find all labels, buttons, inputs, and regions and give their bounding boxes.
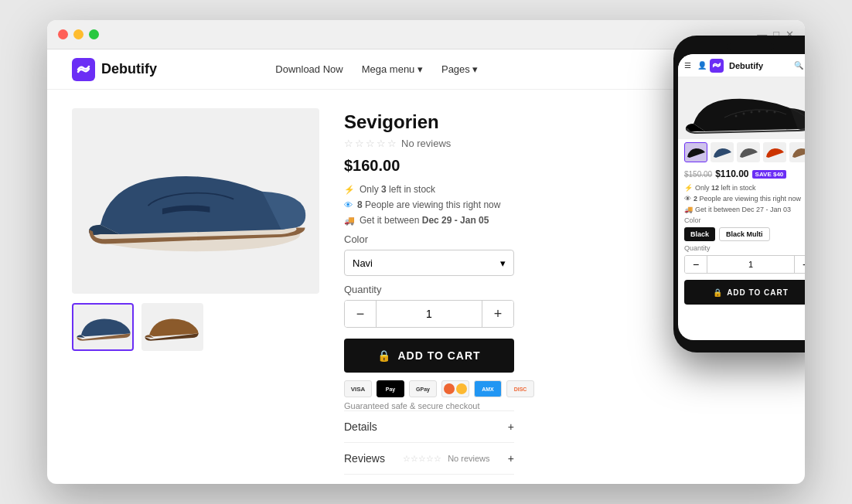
browser-window: — □ ✕ Debutify Download Now Mega menu ▾ … xyxy=(47,20,805,484)
phone-stock-count: 12 xyxy=(711,184,719,192)
svg-point-5 xyxy=(743,113,745,115)
reviews-count: No reviews xyxy=(448,454,489,463)
phone-add-to-cart-button[interactable]: 🔒 ADD TO CART xyxy=(684,280,805,305)
phone-quantity-row: − 1 + xyxy=(684,255,805,274)
phone-nav-icons: 🔍 🛒 xyxy=(794,61,805,70)
svg-point-4 xyxy=(735,115,738,117)
phone-lock-icon: 🔒 xyxy=(713,288,723,297)
details-accordion[interactable]: Details + xyxy=(344,410,514,442)
phone-notch xyxy=(728,43,774,49)
svg-point-8 xyxy=(766,111,769,113)
store-logo[interactable]: Debutify xyxy=(72,58,157,81)
phone-product-image xyxy=(678,77,805,139)
phone-eye-icon: 👁 xyxy=(684,195,691,203)
phone-brand-name: Debutify xyxy=(729,61,763,70)
nav-download[interactable]: Download Now xyxy=(275,63,343,75)
star-1: ☆ xyxy=(344,138,353,149)
svg-point-6 xyxy=(751,111,753,114)
thumbnail-2[interactable] xyxy=(141,303,203,351)
phone-search-icon[interactable]: 🔍 xyxy=(794,61,803,70)
stock-text: Only 3 left in stock xyxy=(360,184,435,195)
star-4: ☆ xyxy=(377,138,386,149)
quantity-row: − 1 + xyxy=(344,300,514,328)
phone-quantity-label: Quantity xyxy=(678,243,805,254)
main-product-image xyxy=(72,108,319,294)
color-dropdown[interactable]: Navi ▾ xyxy=(344,250,514,276)
phone-color-label: Color xyxy=(678,215,805,226)
phone-logo xyxy=(710,59,724,73)
stock-count: 3 xyxy=(381,184,387,195)
nav-pages[interactable]: Pages ▾ xyxy=(441,63,478,75)
add-to-cart-label: ADD TO CART xyxy=(397,349,480,362)
phone-viewers-row: 👁 2 People are viewing this right now xyxy=(678,193,805,204)
phone-color-options: Black Black Multi xyxy=(678,226,805,243)
close-button[interactable] xyxy=(58,29,68,39)
shipping-dates: Dec 29 - Jan 05 xyxy=(422,215,489,226)
phone-color-black[interactable]: Black xyxy=(684,227,715,241)
quantity-increase[interactable]: + xyxy=(482,301,513,327)
phone-container: ☰ 👤 Debutify 🔍 🛒 xyxy=(673,36,805,360)
product-images xyxy=(72,108,319,465)
phone-viewers-count: 2 xyxy=(694,195,697,203)
phone-add-to-cart-label: ADD TO CART xyxy=(727,288,789,297)
phone-thumbnails xyxy=(678,139,805,165)
phone-stock-text: Only 12 left in stock xyxy=(695,184,756,192)
add-to-cart-button[interactable]: 🔒 ADD TO CART xyxy=(344,339,514,373)
reviews-label: Reviews xyxy=(344,452,385,465)
minimize-button[interactable] xyxy=(73,29,83,39)
phone-screen: ☰ 👤 Debutify 🔍 🛒 xyxy=(678,54,805,340)
reviews-link[interactable]: No reviews xyxy=(401,138,451,149)
phone-thumb-4[interactable] xyxy=(763,142,786,162)
svg-point-9 xyxy=(774,111,776,114)
amex-icon: AMX xyxy=(474,380,502,397)
phone-original-price: $150.00 xyxy=(684,170,712,179)
discover-icon: DISC xyxy=(506,380,534,397)
nav-mega[interactable]: Mega menu ▾ xyxy=(362,63,423,75)
color-value: Navi xyxy=(353,257,373,269)
quantity-decrease[interactable]: − xyxy=(345,301,376,327)
maximize-button[interactable] xyxy=(89,29,99,39)
phone-color-black-multi[interactable]: Black Multi xyxy=(719,227,770,241)
star-3: ☆ xyxy=(366,138,375,149)
richtext-accordion[interactable]: Rich text + xyxy=(344,474,514,484)
phone-quantity-section: − 1 + xyxy=(678,254,805,275)
chevron-down-icon: ▾ xyxy=(500,257,506,269)
phone-shipping-row: 🚚 Get it between Dec 27 - Jan 03 xyxy=(678,204,805,215)
star-5: ☆ xyxy=(387,138,397,149)
phone-thumb-2[interactable] xyxy=(711,142,734,162)
svg-point-7 xyxy=(758,111,761,113)
phone-header: ☰ 👤 Debutify 🔍 🛒 xyxy=(678,54,805,77)
phone-quantity-decrease[interactable]: − xyxy=(685,256,707,273)
store-nav: Download Now Mega menu ▾ Pages ▾ xyxy=(275,63,478,75)
star-rating: ☆ ☆ ☆ ☆ ☆ xyxy=(344,138,397,149)
phone-truck-icon: 🚚 xyxy=(684,206,693,213)
truck-icon: 🚚 xyxy=(344,216,355,226)
google-pay-icon: GPay xyxy=(409,380,437,397)
phone-user-icon[interactable]: 👤 xyxy=(697,61,707,70)
reviews-expand-icon: + xyxy=(508,452,514,465)
phone-quantity-value: 1 xyxy=(707,256,795,273)
reviews-stars: ☆☆☆☆☆ xyxy=(403,454,441,464)
traffic-lights xyxy=(58,29,99,39)
phone-menu-icon[interactable]: ☰ xyxy=(684,61,691,70)
visa-icon: VISA xyxy=(344,380,372,397)
alert-icon: ⚡ xyxy=(344,185,355,195)
apple-pay-icon: Pay xyxy=(377,380,404,397)
phone-quantity-increase[interactable]: + xyxy=(795,256,805,273)
thumbnail-1[interactable] xyxy=(72,303,134,351)
phone-price-row: $150.00 $110.00 SAVE $40 xyxy=(678,165,805,182)
phone-thumb-5[interactable] xyxy=(789,142,805,162)
eye-icon: 👁 xyxy=(344,200,353,209)
phone-save-badge: SAVE $40 xyxy=(752,170,787,179)
thumbnail-row xyxy=(72,303,319,351)
reviews-accordion[interactable]: Reviews ☆☆☆☆☆ No reviews + xyxy=(344,442,514,474)
phone-thumb-1[interactable] xyxy=(684,142,707,162)
phone-viewers-text: 2 People are viewing this right now xyxy=(694,195,801,203)
secure-checkout-text: Guaranteed safe & secure checkout xyxy=(344,401,780,410)
phone-thumb-3[interactable] xyxy=(737,142,760,162)
quantity-value: 1 xyxy=(376,301,482,327)
viewers-count: 8 xyxy=(357,199,363,210)
shipping-text: Get it between Dec 29 - Jan 05 xyxy=(360,215,489,226)
star-2: ☆ xyxy=(355,138,364,149)
viewers-text: 8 People are viewing this right now xyxy=(357,199,500,210)
